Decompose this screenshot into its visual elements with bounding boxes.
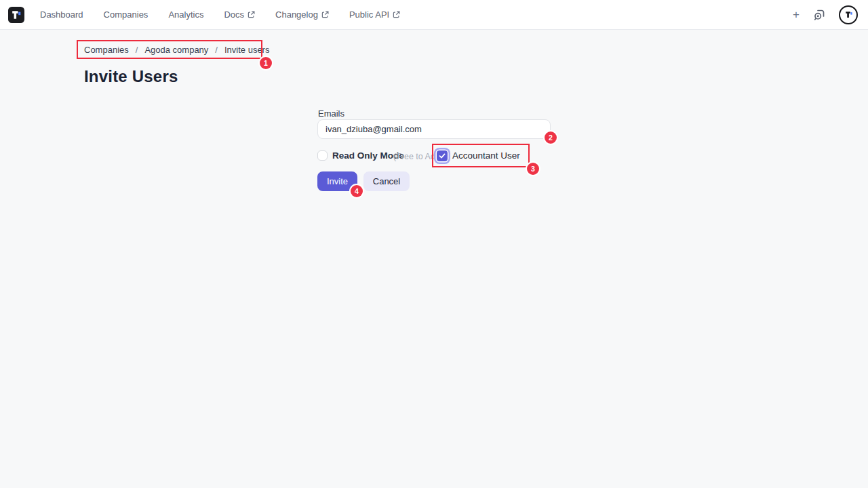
- breadcrumb: Companies / Agoda company / Invite users: [84, 45, 269, 55]
- annotation-badge-3: 3: [527, 163, 539, 175]
- avatar-logo-icon: [844, 9, 854, 20]
- app-logo-icon: [8, 7, 24, 23]
- external-link-icon: [321, 11, 329, 18]
- annotation-badge-1: 1: [260, 57, 272, 69]
- external-link-icon: [248, 11, 255, 18]
- nav-item-companies[interactable]: Companies: [104, 9, 149, 20]
- search-icon[interactable]: [812, 8, 826, 22]
- nav-item-public-api[interactable]: Public API: [349, 9, 400, 20]
- breadcrumb-separator: /: [215, 45, 218, 55]
- nav-item-changelog[interactable]: Changelog: [275, 9, 329, 20]
- avatar[interactable]: [839, 5, 858, 24]
- cancel-button[interactable]: Cancel: [363, 171, 410, 191]
- accountant-user-label[interactable]: Accountant User: [452, 150, 520, 161]
- emails-label: Emails: [318, 108, 344, 119]
- nav-menu: Dashboard Companies Analytics Docs Chang…: [40, 9, 400, 20]
- search-icon-glyph: [812, 8, 826, 22]
- add-button[interactable]: +: [793, 9, 800, 20]
- nav-item-analytics[interactable]: Analytics: [168, 9, 203, 20]
- invite-button[interactable]: Invite: [317, 171, 357, 191]
- nav-item-dashboard[interactable]: Dashboard: [40, 9, 83, 20]
- breadcrumb-agoda-company[interactable]: Agoda company: [144, 45, 208, 55]
- top-navbar: Dashboard Companies Analytics Docs Chang…: [0, 0, 868, 30]
- accountant-user-checkbox[interactable]: [437, 150, 448, 161]
- read-only-mode-checkbox[interactable]: [317, 150, 328, 161]
- navbar-actions: +: [793, 5, 868, 24]
- emails-input[interactable]: [317, 119, 551, 139]
- breadcrumb-separator: /: [136, 45, 138, 55]
- breadcrumb-companies[interactable]: Companies: [84, 45, 129, 55]
- checkmark-icon: [439, 152, 446, 159]
- checkbox-row: Read Only Mode (Free to Add) Accountant …: [317, 150, 551, 161]
- breadcrumb-invite-users[interactable]: Invite users: [224, 45, 269, 55]
- app-logo[interactable]: [8, 7, 24, 23]
- nav-item-docs[interactable]: Docs: [224, 9, 255, 20]
- page-title: Invite Users: [84, 67, 178, 86]
- read-only-mode-hint: (Free to Add): [393, 151, 443, 162]
- external-link-icon: [393, 11, 400, 18]
